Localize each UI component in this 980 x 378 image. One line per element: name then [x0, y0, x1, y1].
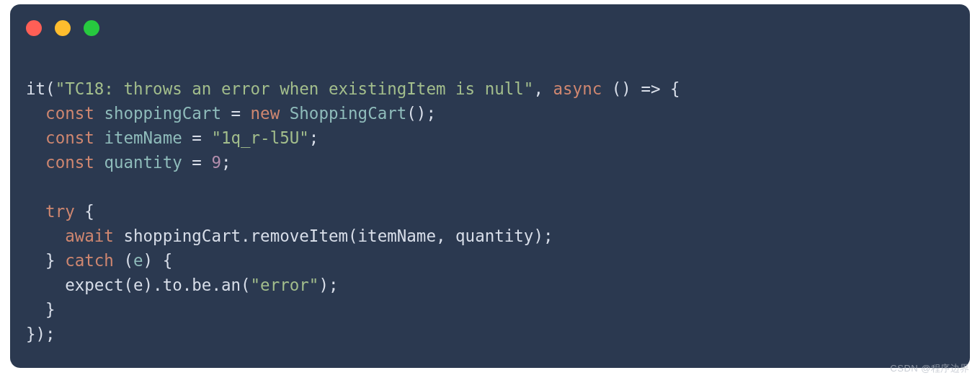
zoom-icon[interactable] — [84, 20, 99, 36]
watermark-text: CSDN @程序边界 — [890, 362, 970, 375]
kw-try: try — [45, 202, 75, 221]
kw-const: const — [45, 104, 94, 123]
kw-catch: catch — [65, 251, 114, 270]
ctor-ShoppingCart: ShoppingCart — [290, 104, 407, 123]
var-quantity: quantity — [104, 153, 182, 172]
code-editor-window: it("TC18: throws an error when existingI… — [10, 4, 970, 368]
close-icon[interactable] — [26, 20, 42, 36]
window-traffic-lights — [26, 20, 99, 36]
kw-new: new — [251, 104, 280, 123]
kw-await: await — [65, 227, 114, 245]
call-removeItem: shoppingCart.removeItem(itemName, quanti… — [123, 227, 553, 245]
minimize-icon[interactable] — [55, 20, 71, 36]
test-title-string: "TC18: throws an error when existingItem… — [55, 79, 534, 98]
var-itemName: itemName — [104, 128, 182, 147]
var-shoppingCart: shoppingCart — [104, 104, 221, 123]
code-block: it("TC18: throws an error when existingI… — [26, 76, 680, 346]
kw-async: async — [553, 79, 602, 98]
fn-it: it — [26, 79, 45, 98]
